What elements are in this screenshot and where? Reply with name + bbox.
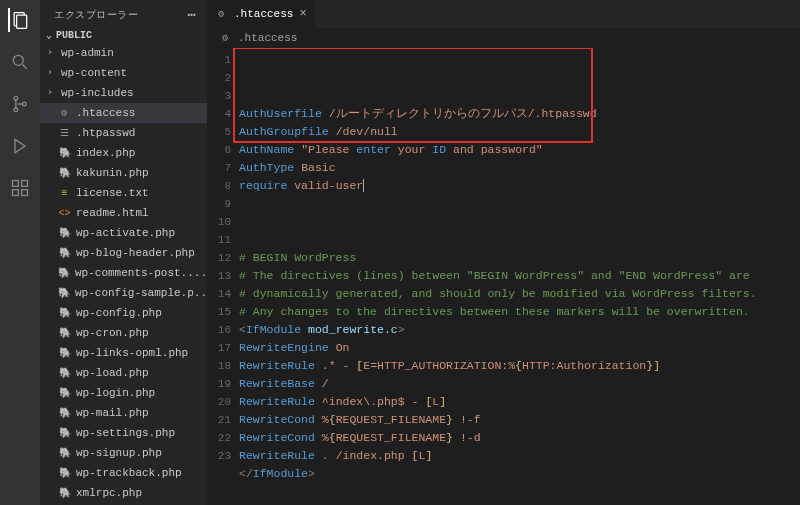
html-icon: <> [58, 207, 71, 220]
svg-point-5 [14, 108, 18, 112]
php-icon: 🐘 [58, 267, 70, 280]
php-icon: 🐘 [58, 407, 71, 420]
code-line[interactable]: AuthUserfile /ルートディレクトリからのフルパス/.htpasswd [239, 105, 800, 123]
file-item[interactable]: 🐘wp-signup.php [40, 443, 207, 463]
file-item[interactable]: 🐘wp-config.php [40, 303, 207, 323]
file-label: wp-signup.php [76, 447, 162, 459]
extensions-icon[interactable] [8, 176, 32, 200]
code-line[interactable]: # BEGIN WordPress [239, 249, 800, 267]
file-label: wp-load.php [76, 367, 149, 379]
file-label: wp-mail.php [76, 407, 149, 419]
code-line[interactable]: AuthGroupfile /dev/null [239, 123, 800, 141]
code-line[interactable]: RewriteRule .* - [E=HTTP_AUTHORIZATION:%… [239, 357, 800, 375]
app-root: エクスプローラー ⋯ ⌄ PUBLIC ›wp-admin›wp-content… [0, 0, 800, 505]
file-label: wp-cron.php [76, 327, 149, 339]
code-line[interactable]: RewriteCond %{REQUEST_FILENAME} !-f [239, 411, 800, 429]
file-item[interactable]: 🐘wp-load.php [40, 363, 207, 383]
file-item[interactable]: 🐘wp-trackback.php [40, 463, 207, 483]
code-line[interactable] [239, 195, 800, 213]
code-line[interactable]: RewriteRule . /index.php [L] [239, 447, 800, 465]
run-icon[interactable] [8, 134, 32, 158]
file-label: wp-trackback.php [76, 467, 182, 479]
php-icon: 🐘 [58, 307, 71, 320]
code-line[interactable] [239, 231, 800, 249]
sidebar-header: エクスプローラー ⋯ [40, 0, 207, 27]
folder-label: wp-admin [61, 47, 114, 59]
svg-point-6 [22, 102, 26, 106]
file-item[interactable]: ☰.htpasswd [40, 123, 207, 143]
file-item[interactable]: 🐘xmlrpc.php [40, 483, 207, 503]
file-label: .htpasswd [76, 127, 135, 139]
code-line[interactable]: RewriteEngine On [239, 339, 800, 357]
code-line[interactable]: RewriteCond %{REQUEST_FILENAME} !-d [239, 429, 800, 447]
file-item[interactable]: ≡license.txt [40, 183, 207, 203]
code-line[interactable]: require valid-user [239, 177, 800, 195]
sidebar-root[interactable]: ⌄ PUBLIC [40, 27, 207, 43]
code-line[interactable]: # Any changes to the directives between … [239, 303, 800, 321]
php-icon: 🐘 [58, 167, 71, 180]
svg-point-4 [14, 96, 18, 100]
file-label: .htaccess [76, 107, 135, 119]
sidebar-title: エクスプローラー [54, 8, 138, 22]
code-line[interactable]: # The directives (lines) between "BEGIN … [239, 267, 800, 285]
file-label: wp-login.php [76, 387, 155, 399]
svg-marker-7 [15, 139, 25, 152]
file-item[interactable]: 🐘wp-blog-header.php [40, 243, 207, 263]
file-item[interactable]: 🐘wp-config-sample.p... [40, 283, 207, 303]
php-icon: 🐘 [58, 327, 71, 340]
svg-rect-1 [17, 15, 27, 28]
file-label: license.txt [76, 187, 149, 199]
file-label: wp-settings.php [76, 427, 175, 439]
folder-item[interactable]: ›wp-admin [40, 43, 207, 63]
svg-rect-8 [13, 181, 19, 187]
file-item[interactable]: 🐘kakunin.php [40, 163, 207, 183]
code-line[interactable]: AuthName "Please enter your ID and passw… [239, 141, 800, 159]
code-line[interactable]: AuthType Basic [239, 159, 800, 177]
file-item[interactable]: 🐘wp-mail.php [40, 403, 207, 423]
file-item[interactable]: 🐘wp-activate.php [40, 223, 207, 243]
file-item[interactable]: 🐘wp-links-opml.php [40, 343, 207, 363]
tab-htaccess[interactable]: ⚙ .htaccess × [207, 0, 316, 28]
file-item[interactable]: <>readme.html [40, 203, 207, 223]
editor-area: ⚙ .htaccess × ⚙ .htaccess 12345678910111… [207, 0, 800, 505]
line-gutter: 1234567891011121314151617181920212223 [207, 48, 239, 505]
php-icon: 🐘 [58, 427, 71, 440]
code-content[interactable]: AuthUserfile /ルートディレクトリからのフルパス/.htpasswd… [239, 48, 800, 505]
code-line[interactable]: <IfModule mod_rewrite.c> [239, 321, 800, 339]
file-item[interactable]: 🐘wp-comments-post.... [40, 263, 207, 283]
php-icon: 🐘 [58, 487, 71, 500]
files-icon[interactable] [8, 8, 32, 32]
file-item[interactable]: ⚙.htaccess [40, 103, 207, 123]
text-cursor [363, 179, 364, 192]
svg-line-3 [23, 65, 27, 69]
svg-point-2 [13, 55, 23, 65]
code-line[interactable]: </IfModule> [239, 465, 800, 483]
file-item[interactable]: 🐘wp-cron.php [40, 323, 207, 343]
code-line[interactable]: RewriteRule ^index\.php$ - [L] [239, 393, 800, 411]
php-icon: 🐘 [58, 247, 71, 260]
file-item[interactable]: 🐘index.php [40, 143, 207, 163]
file-item[interactable]: 🐘wp-login.php [40, 383, 207, 403]
search-icon[interactable] [8, 50, 32, 74]
code-line[interactable] [239, 213, 800, 231]
php-icon: 🐘 [58, 367, 71, 380]
code-editor[interactable]: 1234567891011121314151617181920212223 Au… [207, 48, 800, 505]
code-line[interactable]: # END WordPress [239, 501, 800, 505]
file-label: wp-activate.php [76, 227, 175, 239]
folder-item[interactable]: ›wp-content [40, 63, 207, 83]
sidebar-more-icon[interactable]: ⋯ [188, 6, 197, 23]
code-line[interactable]: # dynamically generated, and should only… [239, 285, 800, 303]
code-line[interactable] [239, 483, 800, 501]
file-item[interactable]: 🐘wp-settings.php [40, 423, 207, 443]
source-control-icon[interactable] [8, 92, 32, 116]
folder-item[interactable]: ›wp-includes [40, 83, 207, 103]
breadcrumb[interactable]: ⚙ .htaccess [207, 28, 800, 48]
txt-icon: ≡ [58, 187, 71, 200]
file-label: wp-blog-header.php [76, 247, 195, 259]
file-label: kakunin.php [76, 167, 149, 179]
code-line[interactable]: RewriteBase / [239, 375, 800, 393]
svg-rect-11 [22, 190, 28, 196]
php-icon: 🐘 [58, 287, 70, 300]
close-icon[interactable]: × [299, 7, 306, 21]
tab-label: .htaccess [234, 8, 293, 20]
